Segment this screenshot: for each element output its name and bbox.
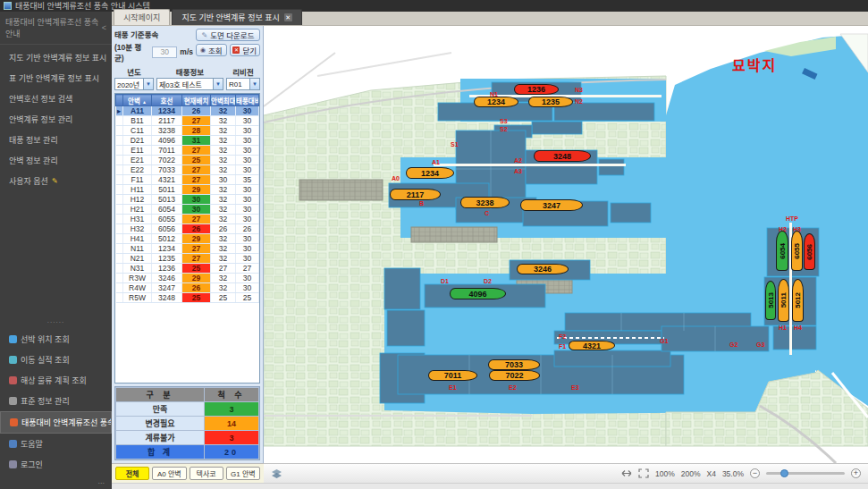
- table-row[interactable]: H125013303230: [116, 195, 259, 205]
- berth-code-label: S2: [500, 126, 508, 132]
- year-select[interactable]: 2020년 ▼: [114, 78, 154, 90]
- map-ship[interactable]: 1234: [406, 167, 454, 179]
- map-ship[interactable]: 3247: [520, 199, 583, 211]
- col-typhoon[interactable]: 태풍대비: [236, 95, 259, 106]
- summary-body: 구 분 척 수 만족3변경필요14계류불가3합 계20: [116, 388, 259, 459]
- table-row[interactable]: R5W3248252525: [116, 293, 259, 303]
- table-row[interactable]: E217022253230: [116, 156, 259, 165]
- map-ship[interactable]: 1236: [514, 84, 559, 95]
- map-ship[interactable]: 5013: [765, 281, 776, 320]
- cell-current: 25: [182, 264, 211, 274]
- table-row[interactable]: E227033273230: [116, 165, 259, 175]
- table-row[interactable]: E117011273230: [116, 146, 259, 156]
- ship-number: 5012: [794, 292, 802, 308]
- zoom-slider[interactable]: [766, 472, 845, 475]
- berth-code-label: N3: [575, 87, 583, 93]
- sidebar-item[interactable]: 표준 정보 관리: [0, 391, 112, 411]
- cell-berth: H32: [123, 224, 152, 234]
- map-ship[interactable]: 4096: [450, 288, 506, 299]
- cell-max: 32: [211, 234, 236, 244]
- map-ship[interactable]: 1234: [474, 97, 518, 107]
- fit-width-icon[interactable]: [621, 468, 632, 478]
- row-marker: [116, 126, 123, 136]
- sidebar-item[interactable]: 이동 실적 조회: [0, 350, 112, 370]
- sidebar-item[interactable]: 안벽계류 정보 관리: [0, 109, 112, 130]
- sidebar-item[interactable]: 표 기반 안벽계류 정보 표시: [0, 68, 112, 89]
- map-ship[interactable]: 3238: [460, 197, 510, 208]
- table-row[interactable]: H326056262626: [116, 224, 259, 234]
- sidebar-item[interactable]: 해상 물류 계획 조회: [0, 370, 112, 391]
- sidebar-item[interactable]: 안벽 정보 관리: [0, 150, 112, 171]
- sidebar-item[interactable]: 지도 기반 안벽계류 정보 표시: [0, 47, 112, 68]
- zoom-100-button[interactable]: 100%: [655, 469, 675, 478]
- sidebar-item[interactable]: 도움말: [0, 434, 112, 454]
- tab[interactable]: 시작페이지: [114, 9, 170, 25]
- zoom-200-button[interactable]: 200%: [681, 469, 701, 478]
- collapse-icon[interactable]: <: [102, 23, 106, 32]
- search-button[interactable]: ◉ 조회: [196, 44, 227, 56]
- cell-current: 29: [182, 274, 211, 283]
- tab[interactable]: 지도 기반 안벽계류 정보 표시✕: [172, 9, 301, 25]
- filter-button[interactable]: 전체: [115, 467, 149, 480]
- close-button[interactable]: ✕ 닫기: [230, 44, 261, 56]
- map-ship[interactable]: 7033: [488, 359, 540, 370]
- sidebar-header[interactable]: 태풍대비 안벽계류조선 풍속 안내 <: [0, 12, 112, 45]
- zoom-out-button[interactable]: −: [750, 468, 760, 478]
- map-ship[interactable]: 6054: [776, 231, 788, 271]
- table-row[interactable]: N111234273230: [116, 244, 259, 254]
- map-canvas[interactable]: 묘박지 123612341235324812342117323832473246…: [264, 26, 868, 463]
- typhoon-select[interactable]: 제03호 테스트 ▼: [156, 78, 223, 90]
- chevron-down-icon[interactable]: ▼: [249, 79, 259, 89]
- map-ship[interactable]: 6055: [791, 231, 803, 271]
- table-row[interactable]: H216054303230: [116, 205, 259, 215]
- table-row[interactable]: N211235273230: [116, 254, 259, 264]
- chevron-down-icon[interactable]: ▼: [213, 79, 223, 89]
- table-row[interactable]: H115011293230: [116, 185, 259, 195]
- col-ship[interactable]: 호선: [152, 95, 182, 106]
- sidebar-item[interactable]: 태풍 정보 관리: [0, 130, 112, 150]
- sidebar-item[interactable]: 사용자 옵션✎: [0, 171, 112, 191]
- revision-select[interactable]: R01 ▼: [226, 78, 260, 90]
- zoom-x4-button[interactable]: X4: [706, 469, 715, 478]
- layers-icon[interactable]: [271, 468, 282, 479]
- ship-location-icon: [9, 335, 17, 343]
- map-ship[interactable]: 4321: [569, 341, 615, 350]
- col-max[interactable]: 안벽최대: [211, 95, 236, 106]
- table-row[interactable]: N311236252727: [116, 264, 259, 274]
- table-row[interactable]: R4W3247263230: [116, 283, 259, 293]
- filter-button[interactable]: G1 안벽: [226, 467, 260, 480]
- table-row[interactable]: H316055273230: [116, 215, 259, 224]
- map-ship[interactable]: 2117: [390, 189, 441, 200]
- map-ship[interactable]: 3248: [534, 150, 591, 162]
- zoom-in-button[interactable]: +: [851, 468, 861, 478]
- sidebar-item[interactable]: 안벽호선 정보 검색: [0, 89, 112, 109]
- filter-button[interactable]: 텍사코: [190, 467, 223, 480]
- table-row[interactable]: F114321273035: [116, 175, 259, 185]
- sidebar-item[interactable]: 태풍대비 안벽계류조선 풍속 안내: [0, 411, 112, 434]
- map-ship[interactable]: 7022: [489, 370, 540, 381]
- table-row[interactable]: H415012293230: [116, 234, 259, 244]
- wind-speed-input[interactable]: [152, 46, 177, 58]
- filter-button[interactable]: A0 안벽: [152, 467, 186, 480]
- col-berth[interactable]: 안벽 ▲: [123, 95, 152, 106]
- col-current[interactable]: 현재배치: [182, 95, 211, 106]
- table-row[interactable]: R3W3246293230: [116, 274, 259, 283]
- table-row[interactable]: C113238283230: [116, 126, 259, 136]
- zoom-slider-thumb[interactable]: [780, 469, 788, 477]
- map-ship[interactable]: 1235: [528, 97, 573, 107]
- sidebar-item[interactable]: 선박 위치 조회: [0, 329, 112, 350]
- map-ship[interactable]: 5012: [792, 279, 804, 322]
- table-row[interactable]: B112117273230: [116, 116, 259, 126]
- download-drawing-button[interactable]: ✎ 도면 다운로드: [196, 29, 260, 41]
- map-ship[interactable]: 6056: [804, 233, 815, 270]
- wind-avg-label: (10분 평균): [114, 41, 149, 63]
- sidebar-item[interactable]: 로그인: [0, 454, 112, 475]
- table-row[interactable]: D214096313230: [116, 136, 259, 146]
- close-icon[interactable]: ✕: [284, 13, 292, 21]
- table-row[interactable]: ▸A111234263230: [116, 106, 259, 116]
- fit-screen-icon[interactable]: [638, 468, 649, 478]
- map-ship[interactable]: 3246: [517, 264, 569, 274]
- map-ship[interactable]: 5011: [778, 279, 789, 322]
- map-ship[interactable]: 7011: [428, 370, 477, 381]
- chevron-down-icon[interactable]: ▼: [143, 79, 153, 89]
